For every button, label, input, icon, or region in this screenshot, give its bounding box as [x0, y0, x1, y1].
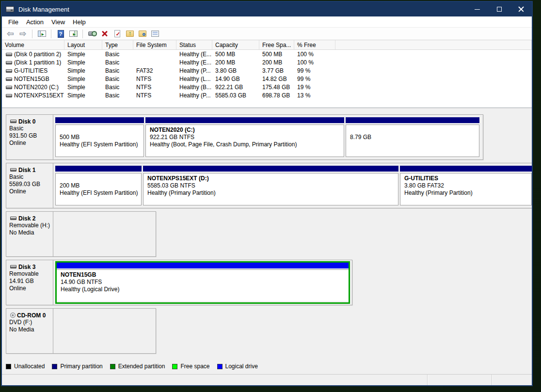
disk-icon — [10, 168, 16, 172]
legend-extended-partition: Extended partition — [110, 363, 165, 370]
check-document-button[interactable] — [112, 29, 123, 39]
partition-size: 3.80 GB FAT32 — [404, 182, 529, 189]
menu-action[interactable]: Action — [22, 17, 48, 27]
folder-up-icon: ↑ — [126, 31, 134, 37]
toolbar-separator — [82, 30, 83, 38]
unallocated-swatch — [6, 364, 11, 369]
partition-notenxps15ext-d[interactable]: NOTENXPS15EXT (D:) 5585.03 GB NTFS Healt… — [143, 166, 398, 205]
legend-primary-partition: Primary partition — [52, 363, 102, 370]
minimize-icon — [475, 9, 480, 10]
partition-noten15gb-logical-drive[interactable]: NOTEN15GB 14.90 GB NTFS Healthy (Logical… — [55, 261, 350, 304]
disk-type: Removable (H:) — [9, 222, 52, 229]
disk-3-info-panel[interactable]: Disk 3 Removable 14.91 GB Online — [6, 260, 53, 305]
disk-status: No Media — [9, 326, 52, 333]
volume-drive-icon — [6, 86, 12, 89]
minimize-button[interactable] — [466, 2, 488, 16]
column-header-file-system[interactable]: File System — [133, 40, 176, 49]
desktop-shadow: Disk Management File Action View Help ⇦ … — [0, 0, 541, 392]
no-media-region[interactable] — [55, 214, 158, 256]
cd-rom-icon — [10, 313, 16, 318]
partition-noten2020-c[interactable]: NOTEN2020 (C:) 922.21 GB NTFS Healthy (B… — [145, 117, 344, 157]
close-button[interactable] — [510, 2, 532, 16]
column-header-layout[interactable]: Layout — [64, 40, 102, 49]
no-media-region[interactable] — [55, 311, 158, 353]
status-pane-main — [2, 375, 427, 385]
column-header-free-space[interactable]: Free Spa... — [259, 40, 294, 49]
delete-x-icon — [101, 31, 108, 37]
disk-icon — [10, 120, 16, 123]
disk-status: No Media — [9, 229, 52, 236]
toolbar: ⇦ ⇨ ▶ ? ▶ ↑ — [2, 27, 532, 40]
primary-partition-color-bar — [143, 166, 398, 172]
toolbar-separator — [51, 30, 51, 38]
column-header-volume[interactable]: Volume — [2, 40, 64, 49]
status-pane-end — [492, 375, 532, 385]
delete-button[interactable] — [99, 29, 110, 39]
primary-partition-color-bar — [55, 117, 144, 123]
volume-name: G-UTILITIES — [14, 67, 48, 74]
show-action-pane-button[interactable]: ▶ — [68, 29, 79, 39]
partition-status: Healthy (EFI System Partition) — [60, 189, 139, 197]
forward-button[interactable]: ⇨ — [17, 29, 28, 39]
volume-list: Volume Layout Type File System Status Ca… — [2, 40, 532, 108]
disk-management-window: Disk Management File Action View Help ⇦ … — [1, 1, 533, 386]
volume-name: (Disk 1 partition 1) — [14, 59, 61, 66]
partition-8-79gb[interactable]: 8.79 GB — [346, 117, 479, 157]
partition-size: 8.79 GB — [350, 134, 477, 141]
disk-size: 14.91 GB — [9, 278, 52, 285]
disk-1-info-panel[interactable]: Disk 1 Basic 5589.03 GB Online — [6, 163, 53, 208]
partition-size: 14.90 GB NTFS — [61, 279, 347, 286]
open-folder-button[interactable]: ↑ — [125, 29, 135, 39]
logical-drive-swatch — [217, 364, 223, 369]
volume-row-2[interactable]: G-UTILITIES Simple Basic FAT32 Healthy (… — [2, 66, 532, 75]
disk-name: Disk 0 — [18, 118, 35, 125]
volume-row-4[interactable]: NOTEN2020 (C:) Simple Basic NTFS Healthy… — [2, 83, 532, 91]
partition-status — [350, 141, 477, 148]
partition-status: Healthy (Primary Partition) — [404, 189, 529, 197]
partition-title: NOTENXPS15EXT (D:) — [147, 175, 396, 182]
partition-status: Healthy (Logical Drive) — [61, 286, 347, 293]
disk-size: 931.50 GB — [9, 132, 52, 140]
volume-drive-icon — [6, 69, 12, 73]
column-header-percent-free[interactable]: % Free — [294, 40, 335, 49]
properties-button[interactable] — [150, 29, 160, 39]
disk-icon — [10, 265, 16, 268]
volume-row-1[interactable]: (Disk 1 partition 1) Simple Basic Health… — [2, 58, 532, 66]
title-bar: Disk Management — [2, 2, 532, 16]
column-header-capacity[interactable]: Capacity — [212, 40, 259, 49]
help-button[interactable]: ? — [55, 29, 66, 39]
status-bar — [2, 374, 532, 385]
partition-efi-disk0[interactable]: 500 MB Healthy (EFI System Partition) — [55, 117, 144, 157]
menu-view[interactable]: View — [48, 17, 69, 27]
disk-row-disk-0: Disk 0 Basic 931.50 GB Online 500 MB Hea… — [6, 114, 483, 160]
partition-g-utilities[interactable]: G-UTILITIES 3.80 GB FAT32 Healthy (Prima… — [400, 166, 532, 205]
disk-2-info-panel[interactable]: Disk 2 Removable (H:) No Media — [6, 212, 53, 256]
partition-status: Healthy (EFI System Partition) — [60, 141, 142, 148]
disk-icon — [10, 217, 16, 220]
disk-0-info-panel[interactable]: Disk 0 Basic 931.50 GB Online — [6, 115, 53, 159]
partition-title: NOTEN15GB — [61, 271, 347, 279]
volume-row-0[interactable]: (Disk 0 partition 2) Simple Basic Health… — [2, 50, 532, 58]
partition-status: Healthy (Boot, Page File, Crash Dump, Pr… — [150, 141, 342, 148]
menu-file[interactable]: File — [4, 17, 22, 27]
legend-logical-drive: Logical drive — [217, 363, 258, 370]
menu-help[interactable]: Help — [69, 17, 90, 27]
maximize-button[interactable] — [488, 2, 510, 16]
column-header-status[interactable]: Status — [176, 40, 212, 49]
partition-efi-disk1[interactable]: 200 MB Healthy (EFI System Partition) — [55, 166, 142, 205]
show-console-tree-button[interactable]: ▶ — [36, 29, 47, 39]
volume-row-3[interactable]: NOTEN15GB Simple Basic NTFS Healthy (L..… — [2, 75, 532, 83]
explore-folder-button[interactable] — [137, 29, 148, 39]
extended-partition-swatch — [110, 364, 115, 369]
action-pane-icon: ▶ — [69, 31, 78, 37]
primary-partition-color-bar — [145, 117, 344, 123]
back-button[interactable]: ⇦ — [5, 29, 16, 39]
disk-name: Disk 3 — [18, 264, 35, 270]
cdrom-0-info-panel[interactable]: CD-ROM 0 DVD (F:) No Media — [6, 309, 53, 353]
toolbar-separator — [32, 30, 32, 38]
volume-row-5[interactable]: NOTENXPS15EXT (... Simple Basic NTFS Hea… — [2, 91, 532, 99]
disk-row-cdrom-0: CD-ROM 0 DVD (F:) No Media — [6, 308, 156, 354]
partition-size: 5585.03 GB NTFS — [147, 182, 396, 189]
column-header-type[interactable]: Type — [102, 40, 133, 49]
rescan-disks-button[interactable] — [87, 29, 97, 39]
